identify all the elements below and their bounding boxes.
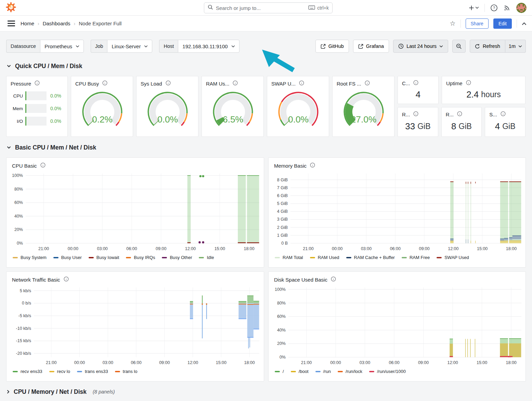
search-input[interactable]: Search or jump to... ctrl+k <box>204 2 333 13</box>
grafana-logo[interactable] <box>5 2 16 14</box>
info-icon[interactable]: i <box>331 276 336 283</box>
edit-button[interactable]: Edit <box>493 18 512 29</box>
legend-item[interactable]: RAM Free <box>402 255 430 260</box>
panel-title[interactable]: RAM Us... <box>206 81 229 87</box>
share-button[interactable]: Share <box>466 18 489 29</box>
svg-text:i: i <box>235 81 236 85</box>
info-icon[interactable]: i <box>35 80 40 87</box>
legend-item[interactable]: Busy Other <box>162 255 192 260</box>
legend-item[interactable]: Busy IRQs <box>126 255 155 260</box>
legend-item[interactable]: /run/user/1000 <box>369 369 406 374</box>
info-icon[interactable]: i <box>299 80 304 87</box>
panel-title[interactable]: Memory Basic <box>274 163 307 169</box>
zoom-out-time-button[interactable] <box>452 40 466 53</box>
time-series-plot[interactable]: 0%20%40%60%80%100%21:0000:0003:0006:0009… <box>271 285 523 367</box>
host-select[interactable]: 192.168.30.11:9100 <box>178 40 239 53</box>
info-icon[interactable]: i <box>365 80 370 87</box>
search-icon <box>208 4 213 11</box>
legend-swatch <box>77 371 82 372</box>
panel-title[interactable]: CPU Busy <box>75 81 99 87</box>
zoom-out-icon <box>456 43 462 49</box>
avatar[interactable] <box>516 3 527 13</box>
legend-item[interactable]: Busy System <box>13 255 47 260</box>
menu-hamburger-icon[interactable] <box>8 21 15 26</box>
job-select[interactable]: Linux-Server <box>107 40 152 53</box>
legend-item[interactable]: /boot <box>291 369 309 374</box>
breadcrumb-dashboards[interactable]: Dashboards <box>43 21 70 26</box>
time-series-plot[interactable]: 0 B1 GiB2 GiB3 GiB4 GiB5 GiB6 GiB7 GiB8 … <box>271 171 523 253</box>
panel-title[interactable]: Pressure <box>11 81 31 87</box>
news-rss-icon[interactable] <box>503 4 511 12</box>
time-series-plot[interactable]: 0%20%40%60%80%100%21:0000:0003:0006:0009… <box>9 171 261 253</box>
grafana-link-button[interactable]: Grafana <box>353 40 389 53</box>
panel-title[interactable]: Sys Load <box>141 81 162 87</box>
section-basic-cpu-mem-net-disk[interactable]: Basic CPU / Mem / Net / Disk <box>7 142 526 153</box>
svg-text:40%: 40% <box>277 328 286 333</box>
section-quick-cpu-mem-disk[interactable]: Quick CPU / Mem / Disk <box>7 61 526 71</box>
legend-item[interactable]: Busy User <box>53 255 82 260</box>
legend-swatch <box>338 371 343 372</box>
legend-swatch <box>346 257 351 258</box>
github-link-button[interactable]: GitHub <box>315 40 349 53</box>
legend-item[interactable]: RAM Cache + Buffer <box>346 255 395 260</box>
svg-text:4 GiB: 4 GiB <box>277 209 288 214</box>
legend-item[interactable]: trans lo <box>115 369 138 374</box>
info-icon[interactable]: i <box>501 111 506 118</box>
gauge: 0.0% <box>140 88 195 133</box>
add-new-button[interactable] <box>469 5 479 11</box>
time-series-plot[interactable]: 5 kb/s0 b/s-5 kb/s-10 kb/s-15 kb/s-20 kb… <box>9 285 261 367</box>
svg-text:09:00: 09:00 <box>418 360 429 365</box>
panel-title[interactable]: Disk Space Used Basic <box>274 277 327 283</box>
panel-title[interactable]: CPU Basic <box>12 163 37 169</box>
info-icon[interactable]: i <box>466 80 471 87</box>
panel-title[interactable]: C... <box>402 80 410 86</box>
chevron-right-icon <box>7 390 10 394</box>
breadcrumb-home[interactable]: Home <box>21 21 34 26</box>
help-icon[interactable]: ? <box>490 4 498 12</box>
panel-title[interactable]: Root FS ... <box>337 81 361 87</box>
legend-item[interactable]: /run <box>315 369 331 374</box>
time-range-picker[interactable]: Last 24 hours <box>393 40 448 53</box>
legend-item[interactable]: recv ens33 <box>13 369 42 374</box>
info-icon[interactable]: i <box>102 80 107 87</box>
info-icon[interactable]: i <box>166 80 171 87</box>
panel-title[interactable]: S... <box>489 112 497 117</box>
info-icon[interactable]: i <box>40 163 46 169</box>
svg-text:-5 kb/s: -5 kb/s <box>18 313 31 318</box>
legend-item[interactable]: / <box>275 369 284 374</box>
info-icon[interactable]: i <box>310 163 315 169</box>
legend-swatch <box>291 371 296 372</box>
legend-item[interactable]: trans ens33 <box>77 369 108 374</box>
gauge-panel: Root FS ...i27.0% <box>332 76 394 137</box>
legend-item[interactable]: recv lo <box>49 369 70 374</box>
info-icon[interactable]: i <box>413 80 418 87</box>
panel-title[interactable]: Uptime <box>446 80 463 86</box>
collapse-topbar-chevron-icon[interactable] <box>522 21 527 27</box>
legend-item[interactable]: RAM Used <box>310 255 339 260</box>
svg-text:06:00: 06:00 <box>389 360 399 365</box>
panel-title[interactable]: Network Traffic Basic <box>12 277 60 283</box>
svg-text:i: i <box>468 81 469 84</box>
divider <box>484 4 485 12</box>
refresh-button[interactable]: Refresh <box>470 40 505 53</box>
legend-item[interactable]: Idle <box>199 255 214 260</box>
legend-item[interactable]: Busy Iowait <box>89 255 119 260</box>
info-icon[interactable]: i <box>64 276 69 283</box>
legend-item[interactable]: SWAP Used <box>437 255 469 260</box>
panel-title[interactable]: R... <box>446 112 454 117</box>
svg-text:15:00: 15:00 <box>477 360 487 365</box>
info-icon[interactable]: i <box>457 111 462 118</box>
datasource-select[interactable]: Prometheus <box>40 40 84 53</box>
legend-item[interactable]: /run/lock <box>338 369 362 374</box>
info-icon[interactable]: i <box>233 80 238 87</box>
refresh-interval-select[interactable]: 1m <box>505 40 526 53</box>
legend-item[interactable]: RAM Total <box>275 255 303 260</box>
svg-text:0%: 0% <box>17 241 23 246</box>
panel-title[interactable]: R... <box>402 112 410 117</box>
info-icon[interactable]: i <box>413 111 418 118</box>
section-cpu-memory-net-disk-collapsed[interactable]: CPU / Memory / Net / Disk (8 panels) <box>7 387 526 397</box>
search-shortcut: ctrl+k <box>308 5 329 11</box>
panel-title[interactable]: SWAP U... <box>271 81 296 87</box>
var-host: Host 192.168.30.11:9100 <box>159 40 239 53</box>
favorite-star-icon[interactable]: ☆ <box>450 20 455 27</box>
